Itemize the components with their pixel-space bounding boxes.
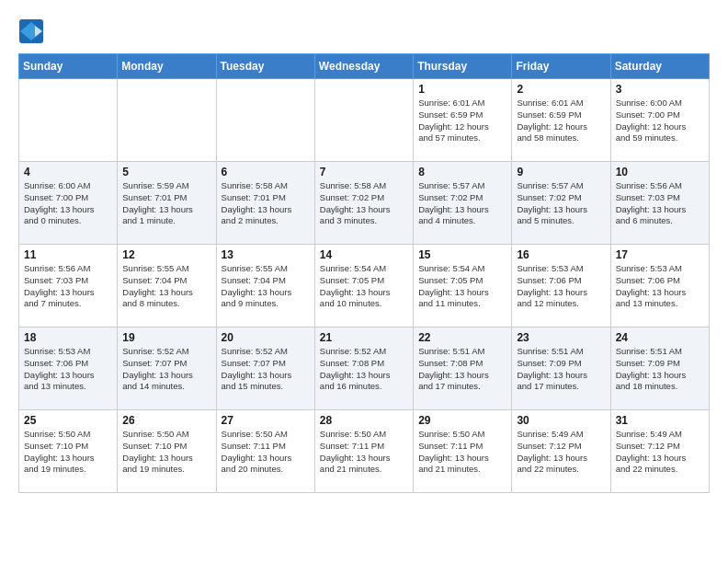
calendar-cell xyxy=(19,79,118,162)
week-row-1: 1Sunrise: 6:01 AM Sunset: 6:59 PM Daylig… xyxy=(19,79,710,162)
day-info: Sunrise: 5:51 AM Sunset: 7:09 PM Dayligh… xyxy=(517,346,605,393)
calendar-cell xyxy=(118,79,216,162)
calendar-cell: 16Sunrise: 5:53 AM Sunset: 7:06 PM Dayli… xyxy=(512,245,610,327)
day-info: Sunrise: 5:53 AM Sunset: 7:06 PM Dayligh… xyxy=(24,346,112,393)
day-info: Sunrise: 5:56 AM Sunset: 7:03 PM Dayligh… xyxy=(24,263,112,310)
day-info: Sunrise: 5:59 AM Sunset: 7:01 PM Dayligh… xyxy=(122,180,210,227)
day-number: 18 xyxy=(24,331,112,344)
day-number: 1 xyxy=(418,83,506,96)
weekday-header-row: SundayMondayTuesdayWednesdayThursdayFrid… xyxy=(19,54,710,79)
calendar-cell: 23Sunrise: 5:51 AM Sunset: 7:09 PM Dayli… xyxy=(512,327,610,410)
calendar-cell xyxy=(216,79,314,162)
day-number: 29 xyxy=(418,414,506,427)
day-info: Sunrise: 5:50 AM Sunset: 7:10 PM Dayligh… xyxy=(122,429,210,476)
calendar-cell: 18Sunrise: 5:53 AM Sunset: 7:06 PM Dayli… xyxy=(19,327,118,410)
logo-icon xyxy=(18,18,44,44)
weekday-header-friday: Friday xyxy=(512,54,610,79)
day-info: Sunrise: 5:57 AM Sunset: 7:02 PM Dayligh… xyxy=(418,180,506,227)
calendar-cell: 4Sunrise: 6:00 AM Sunset: 7:00 PM Daylig… xyxy=(19,162,118,245)
week-row-3: 11Sunrise: 5:56 AM Sunset: 7:03 PM Dayli… xyxy=(19,245,710,327)
calendar-cell: 12Sunrise: 5:55 AM Sunset: 7:04 PM Dayli… xyxy=(118,245,216,327)
day-info: Sunrise: 5:58 AM Sunset: 7:02 PM Dayligh… xyxy=(320,180,408,227)
day-number: 3 xyxy=(616,83,704,96)
week-row-4: 18Sunrise: 5:53 AM Sunset: 7:06 PM Dayli… xyxy=(19,327,710,410)
calendar-cell: 6Sunrise: 5:58 AM Sunset: 7:01 PM Daylig… xyxy=(216,162,314,245)
day-info: Sunrise: 5:50 AM Sunset: 7:11 PM Dayligh… xyxy=(418,429,506,476)
day-info: Sunrise: 5:58 AM Sunset: 7:01 PM Dayligh… xyxy=(222,180,310,227)
week-row-5: 25Sunrise: 5:50 AM Sunset: 7:10 PM Dayli… xyxy=(19,410,710,493)
calendar-cell: 7Sunrise: 5:58 AM Sunset: 7:02 PM Daylig… xyxy=(314,162,413,245)
logo xyxy=(18,18,48,44)
calendar-cell: 10Sunrise: 5:56 AM Sunset: 7:03 PM Dayli… xyxy=(610,162,709,245)
weekday-header-tuesday: Tuesday xyxy=(216,54,314,79)
day-number: 5 xyxy=(122,166,210,178)
day-number: 8 xyxy=(418,166,506,178)
weekday-header-saturday: Saturday xyxy=(610,54,709,79)
calendar-cell: 25Sunrise: 5:50 AM Sunset: 7:10 PM Dayli… xyxy=(19,410,118,493)
day-number: 14 xyxy=(320,248,408,261)
weekday-header-thursday: Thursday xyxy=(414,54,512,79)
day-info: Sunrise: 5:50 AM Sunset: 7:11 PM Dayligh… xyxy=(222,429,310,476)
weekday-header-monday: Monday xyxy=(118,54,216,79)
weekday-header-sunday: Sunday xyxy=(19,54,118,79)
day-info: Sunrise: 5:57 AM Sunset: 7:02 PM Dayligh… xyxy=(517,180,605,227)
calendar-cell: 15Sunrise: 5:54 AM Sunset: 7:05 PM Dayli… xyxy=(414,245,512,327)
day-info: Sunrise: 5:52 AM Sunset: 7:08 PM Dayligh… xyxy=(320,346,408,393)
day-number: 17 xyxy=(616,248,704,261)
day-info: Sunrise: 5:50 AM Sunset: 7:11 PM Dayligh… xyxy=(320,429,408,476)
day-number: 2 xyxy=(517,83,605,96)
day-number: 23 xyxy=(517,331,605,344)
calendar-cell: 8Sunrise: 5:57 AM Sunset: 7:02 PM Daylig… xyxy=(414,162,512,245)
day-number: 26 xyxy=(122,414,210,427)
day-info: Sunrise: 5:49 AM Sunset: 7:12 PM Dayligh… xyxy=(616,429,704,476)
day-number: 10 xyxy=(616,166,704,178)
calendar-cell: 31Sunrise: 5:49 AM Sunset: 7:12 PM Dayli… xyxy=(610,410,709,493)
day-number: 22 xyxy=(418,331,506,344)
calendar-cell: 19Sunrise: 5:52 AM Sunset: 7:07 PM Dayli… xyxy=(118,327,216,410)
day-info: Sunrise: 5:56 AM Sunset: 7:03 PM Dayligh… xyxy=(616,180,704,227)
weekday-header-wednesday: Wednesday xyxy=(314,54,413,79)
day-number: 27 xyxy=(222,414,310,427)
day-info: Sunrise: 5:52 AM Sunset: 7:07 PM Dayligh… xyxy=(122,346,210,393)
day-info: Sunrise: 5:54 AM Sunset: 7:05 PM Dayligh… xyxy=(320,263,408,310)
calendar-cell: 13Sunrise: 5:55 AM Sunset: 7:04 PM Dayli… xyxy=(216,245,314,327)
day-number: 4 xyxy=(24,166,112,178)
calendar-cell: 14Sunrise: 5:54 AM Sunset: 7:05 PM Dayli… xyxy=(314,245,413,327)
calendar-cell: 20Sunrise: 5:52 AM Sunset: 7:07 PM Dayli… xyxy=(216,327,314,410)
day-number: 19 xyxy=(122,331,210,344)
day-number: 9 xyxy=(517,166,605,178)
day-info: Sunrise: 5:50 AM Sunset: 7:10 PM Dayligh… xyxy=(24,429,112,476)
calendar-cell: 30Sunrise: 5:49 AM Sunset: 7:12 PM Dayli… xyxy=(512,410,610,493)
day-number: 24 xyxy=(616,331,704,344)
calendar-cell xyxy=(314,79,413,162)
calendar-cell: 2Sunrise: 6:01 AM Sunset: 6:59 PM Daylig… xyxy=(512,79,610,162)
calendar-cell: 27Sunrise: 5:50 AM Sunset: 7:11 PM Dayli… xyxy=(216,410,314,493)
calendar-cell: 3Sunrise: 6:00 AM Sunset: 7:00 PM Daylig… xyxy=(610,79,709,162)
day-number: 31 xyxy=(616,414,704,427)
day-info: Sunrise: 5:53 AM Sunset: 7:06 PM Dayligh… xyxy=(616,263,704,310)
day-info: Sunrise: 5:55 AM Sunset: 7:04 PM Dayligh… xyxy=(122,263,210,310)
day-info: Sunrise: 5:51 AM Sunset: 7:09 PM Dayligh… xyxy=(616,346,704,393)
calendar-cell: 28Sunrise: 5:50 AM Sunset: 7:11 PM Dayli… xyxy=(314,410,413,493)
day-info: Sunrise: 5:54 AM Sunset: 7:05 PM Dayligh… xyxy=(418,263,506,310)
day-number: 30 xyxy=(517,414,605,427)
calendar-cell: 9Sunrise: 5:57 AM Sunset: 7:02 PM Daylig… xyxy=(512,162,610,245)
day-number: 11 xyxy=(24,248,112,261)
day-info: Sunrise: 6:00 AM Sunset: 7:00 PM Dayligh… xyxy=(616,98,704,144)
calendar-cell: 17Sunrise: 5:53 AM Sunset: 7:06 PM Dayli… xyxy=(610,245,709,327)
day-number: 7 xyxy=(320,166,408,178)
calendar-cell: 22Sunrise: 5:51 AM Sunset: 7:08 PM Dayli… xyxy=(414,327,512,410)
day-info: Sunrise: 6:00 AM Sunset: 7:00 PM Dayligh… xyxy=(24,180,112,227)
day-info: Sunrise: 5:55 AM Sunset: 7:04 PM Dayligh… xyxy=(222,263,310,310)
day-number: 21 xyxy=(320,331,408,344)
calendar-cell: 26Sunrise: 5:50 AM Sunset: 7:10 PM Dayli… xyxy=(118,410,216,493)
day-info: Sunrise: 5:51 AM Sunset: 7:08 PM Dayligh… xyxy=(418,346,506,393)
week-row-2: 4Sunrise: 6:00 AM Sunset: 7:00 PM Daylig… xyxy=(19,162,710,245)
day-info: Sunrise: 5:53 AM Sunset: 7:06 PM Dayligh… xyxy=(517,263,605,310)
day-info: Sunrise: 5:49 AM Sunset: 7:12 PM Dayligh… xyxy=(517,429,605,476)
day-number: 28 xyxy=(320,414,408,427)
day-number: 13 xyxy=(222,248,310,261)
day-number: 15 xyxy=(418,248,506,261)
calendar-cell: 21Sunrise: 5:52 AM Sunset: 7:08 PM Dayli… xyxy=(314,327,413,410)
calendar-table: SundayMondayTuesdayWednesdayThursdayFrid… xyxy=(18,53,710,493)
